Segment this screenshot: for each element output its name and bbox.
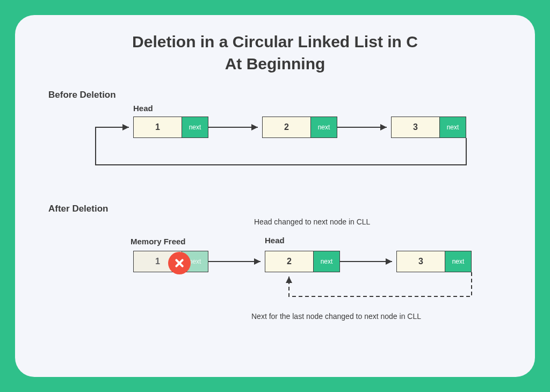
last-changed-label: Next for the last node changed to next n…	[251, 312, 421, 321]
arrow-loop-back	[90, 117, 482, 176]
arrow-deleted-to-2	[208, 259, 265, 266]
delete-icon	[168, 252, 191, 274]
content-card: Deletion in a Circular Linked List in C …	[15, 15, 535, 377]
before-diagram: Head 1 next 2 next 3 next	[37, 100, 513, 197]
arrow-loop-dashed	[284, 272, 477, 310]
arrow-2-3-after	[340, 259, 396, 266]
head-changed-label: Head changed to next node in CLL	[254, 217, 370, 226]
head-label-before: Head	[133, 104, 153, 113]
node-2-after: 2 next	[265, 251, 340, 272]
memory-freed-label: Memory Freed	[131, 237, 186, 246]
head-label-after: Head	[265, 236, 285, 245]
title-line-1: Deletion in a Circular Linked List in C	[132, 33, 418, 50]
before-label: Before Deletion	[48, 90, 513, 100]
node-value: 3	[397, 251, 445, 272]
after-diagram: Head changed to next node in CLL Memory …	[37, 214, 513, 338]
page-title: Deletion in a Circular Linked List in C …	[37, 31, 513, 75]
node-next: next	[314, 251, 339, 272]
node-3-after: 3 next	[396, 251, 472, 272]
node-next: next	[445, 251, 471, 272]
title-line-2: At Beginning	[225, 55, 325, 72]
node-value: 2	[265, 251, 314, 272]
after-label: After Deletion	[48, 204, 513, 214]
